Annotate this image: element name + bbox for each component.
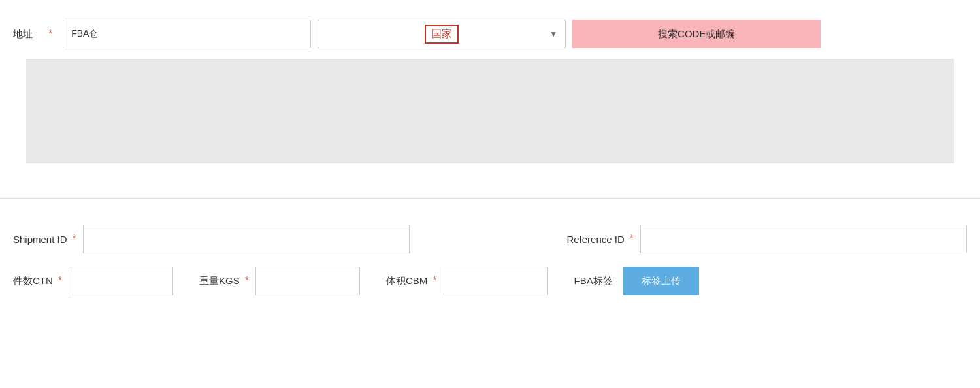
shipment-section: Shipment ID * Reference ID * 件数CTN * 重量K… [0,205,980,321]
ctn-required: * [58,275,62,287]
upload-button[interactable]: 标签上传 [623,267,699,295]
ctn-label: 件数CTN [13,275,53,287]
address-textarea[interactable] [26,59,954,163]
country-label: 国家 [425,25,459,44]
address-label: 地址 [13,28,39,40]
cbm-required: * [433,275,436,287]
address-section: 地址 * 国家 ▼ 搜索CODE或邮编 [0,0,980,191]
shipment-id-input[interactable] [83,225,410,253]
country-select[interactable]: 国家 ▼ [318,20,566,48]
ctn-row: 件数CTN * 重量KGS * 体积CBM * FBA标签 标签上传 [13,267,967,295]
address-row: 地址 * 国家 ▼ 搜索CODE或邮编 [13,20,967,48]
ctn-input[interactable] [69,267,173,295]
ctn-field: 件数CTN * [13,267,173,295]
cbm-input[interactable] [444,267,548,295]
fba-label-field: FBA标签 标签上传 [574,267,699,295]
fba-label-text: FBA标签 [574,275,613,287]
cbm-label: 体积CBM [386,275,427,287]
country-dropdown-arrow: ▼ [549,29,557,39]
fba-warehouse-input[interactable] [63,20,311,48]
reference-id-field: Reference ID * [566,225,967,253]
kgs-field: 重量KGS * [199,267,360,295]
cbm-field: 体积CBM * [386,267,548,295]
shipment-id-required: * [73,233,76,245]
section-divider [0,198,980,199]
reference-id-input[interactable] [640,225,967,253]
reference-id-label: Reference ID [566,234,624,245]
reference-id-required: * [630,233,634,245]
search-code-button[interactable]: 搜索CODE或邮编 [572,20,821,48]
shipment-id-field: Shipment ID * [13,225,410,253]
shipment-id-label: Shipment ID [13,234,67,245]
shipment-id-row: Shipment ID * Reference ID * [13,225,967,253]
kgs-input[interactable] [255,267,360,295]
kgs-required: * [245,275,249,287]
kgs-label: 重量KGS [199,275,240,287]
address-required-star: * [48,28,52,40]
